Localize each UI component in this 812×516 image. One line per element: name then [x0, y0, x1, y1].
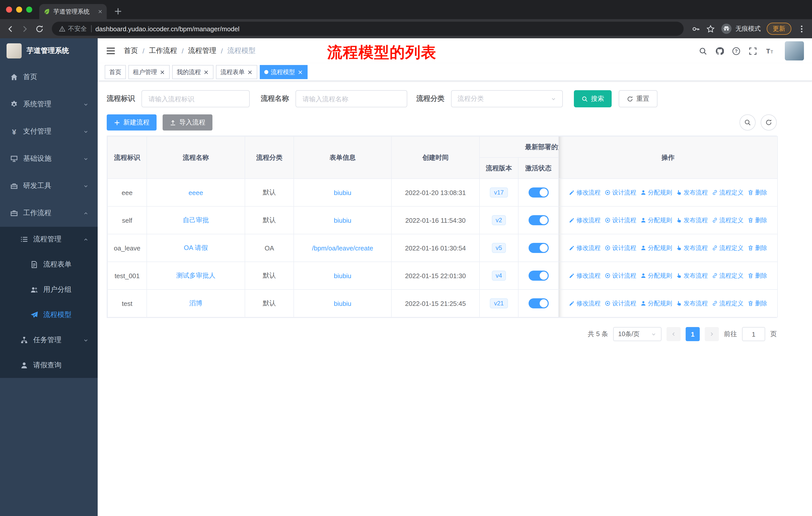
form-info-link[interactable]: biubiu: [334, 300, 351, 307]
process-name-link[interactable]: 滔博: [189, 299, 202, 307]
action-edit-link[interactable]: 修改流程: [569, 244, 601, 252]
sidebar-item-document[interactable]: 流程表单: [0, 252, 98, 277]
process-name-link[interactable]: eeee: [188, 189, 203, 196]
process-name-link[interactable]: 自己审批: [183, 216, 209, 224]
toggle-search-button[interactable]: [740, 114, 756, 131]
search-icon[interactable]: [699, 47, 707, 55]
active-toggle[interactable]: [528, 215, 548, 225]
process-name-input[interactable]: [295, 90, 407, 107]
action-assign-link[interactable]: 分配规则: [640, 188, 672, 197]
action-assign-link[interactable]: 分配规则: [640, 216, 672, 224]
sidebar-item-tools[interactable]: 研发工具: [0, 172, 98, 199]
browser-menu-icon[interactable]: [798, 24, 806, 33]
action-publish-link[interactable]: 发布流程: [676, 188, 708, 197]
address-bar[interactable]: 不安全 dashboard.yudao.iocoder.cn/bpm/manag…: [52, 22, 684, 36]
action-edit-link[interactable]: 修改流程: [569, 188, 601, 197]
reload-button[interactable]: [35, 24, 44, 33]
prev-page-button[interactable]: [667, 327, 680, 341]
bookmark-star-icon[interactable]: [706, 24, 715, 33]
back-button[interactable]: [6, 24, 14, 33]
sidebar-item-user[interactable]: 请假查询: [0, 353, 98, 378]
close-window-button[interactable]: [6, 6, 12, 12]
form-info-link[interactable]: biubiu: [334, 216, 351, 224]
sidebar-item-yen[interactable]: ¥支付管理: [0, 118, 98, 145]
action-trash-link[interactable]: 删除: [748, 244, 767, 252]
action-deflink-link[interactable]: 流程定义: [712, 216, 744, 224]
action-edit-link[interactable]: 修改流程: [569, 271, 601, 280]
action-publish-link[interactable]: 发布流程: [676, 244, 708, 252]
security-status[interactable]: 不安全: [59, 24, 87, 33]
page-1-button[interactable]: 1: [686, 327, 700, 341]
zoom-window-button[interactable]: [26, 6, 32, 12]
search-button[interactable]: 搜索: [574, 90, 612, 107]
close-icon[interactable]: [297, 69, 303, 75]
sidebar-item-users[interactable]: 用户分组: [0, 277, 98, 302]
tag-view-4[interactable]: 流程模型: [260, 65, 308, 79]
action-trash-link[interactable]: 删除: [748, 299, 767, 308]
breadcrumb-item[interactable]: 首页: [124, 46, 138, 55]
process-id-input[interactable]: [141, 90, 250, 107]
active-toggle[interactable]: [528, 243, 548, 253]
forward-button[interactable]: [21, 24, 29, 33]
form-info-link[interactable]: /bpm/oa/leave/create: [312, 244, 373, 252]
sidebar-item-send[interactable]: 流程模型: [0, 302, 98, 328]
form-info-link[interactable]: biubiu: [334, 189, 351, 196]
sidebar-item-briefcase[interactable]: 工作流程: [0, 199, 98, 227]
close-icon[interactable]: [203, 69, 209, 75]
minimize-window-button[interactable]: [16, 6, 22, 12]
tag-view-0[interactable]: 首页: [105, 65, 126, 79]
page-size-select[interactable]: 10条/页: [613, 327, 662, 341]
password-manager-icon[interactable]: [692, 24, 700, 33]
action-assign-link[interactable]: 分配规则: [640, 271, 672, 280]
process-name-link[interactable]: OA 请假: [184, 244, 208, 251]
active-toggle[interactable]: [528, 271, 548, 281]
font-size-icon[interactable]: TT: [765, 47, 774, 55]
active-toggle[interactable]: [528, 298, 548, 308]
refresh-table-button[interactable]: [761, 114, 777, 131]
action-edit-link[interactable]: 修改流程: [569, 299, 601, 308]
active-toggle[interactable]: [528, 187, 548, 197]
sidebar-item-home[interactable]: 首页: [0, 63, 98, 91]
action-publish-link[interactable]: 发布流程: [676, 299, 708, 308]
update-button[interactable]: 更新: [767, 23, 791, 35]
action-assign-link[interactable]: 分配规则: [640, 244, 672, 252]
close-icon[interactable]: [160, 69, 165, 75]
action-design-link[interactable]: 设计流程: [605, 271, 636, 280]
tag-view-2[interactable]: 我的流程: [172, 65, 213, 79]
tab-close-icon[interactable]: [98, 9, 103, 14]
action-publish-link[interactable]: 发布流程: [676, 271, 708, 280]
action-trash-link[interactable]: 删除: [748, 216, 767, 224]
user-avatar[interactable]: [785, 41, 804, 60]
breadcrumb-item[interactable]: 流程管理: [188, 46, 216, 55]
sidebar-item-gear[interactable]: 系统管理: [0, 91, 98, 118]
new-tab-button[interactable]: [114, 7, 122, 16]
form-info-link[interactable]: biubiu: [334, 272, 351, 279]
action-design-link[interactable]: 设计流程: [605, 244, 636, 252]
sidebar-item-monitor[interactable]: 基础设施: [0, 145, 98, 172]
help-icon[interactable]: ?: [732, 47, 741, 55]
sidebar-item-task[interactable]: 任务管理: [0, 328, 98, 353]
action-deflink-link[interactable]: 流程定义: [712, 271, 744, 280]
action-edit-link[interactable]: 修改流程: [569, 216, 601, 224]
close-icon[interactable]: [247, 69, 253, 75]
browser-tab[interactable]: 芋道管理系统: [39, 4, 107, 19]
import-process-button[interactable]: 导入流程: [163, 114, 212, 131]
action-design-link[interactable]: 设计流程: [605, 299, 636, 308]
action-assign-link[interactable]: 分配规则: [640, 299, 672, 308]
process-name-link[interactable]: 测试多审批人: [176, 272, 215, 279]
breadcrumb-item[interactable]: 工作流程: [149, 46, 177, 55]
goto-page-input[interactable]: 1: [742, 327, 765, 341]
create-process-button[interactable]: 新建流程: [107, 114, 156, 131]
action-design-link[interactable]: 设计流程: [605, 188, 636, 197]
tag-view-1[interactable]: 租户管理: [128, 65, 170, 79]
fullscreen-icon[interactable]: [749, 47, 757, 55]
action-deflink-link[interactable]: 流程定义: [712, 299, 744, 308]
action-trash-link[interactable]: 删除: [748, 271, 767, 280]
category-select[interactable]: 流程分类: [451, 90, 563, 107]
next-page-button[interactable]: [705, 327, 719, 341]
action-deflink-link[interactable]: 流程定义: [712, 244, 744, 252]
action-design-link[interactable]: 设计流程: [605, 216, 636, 224]
action-publish-link[interactable]: 发布流程: [676, 216, 708, 224]
reset-button[interactable]: 重置: [619, 90, 658, 107]
sidebar-item-list[interactable]: 流程管理: [0, 227, 98, 252]
